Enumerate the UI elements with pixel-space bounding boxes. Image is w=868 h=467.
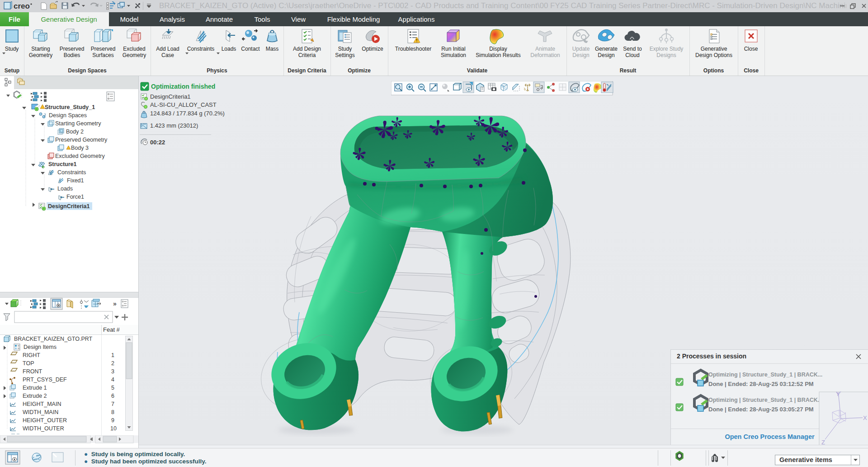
svg-text:Done | Ended: 28-Aug-25 03:12:: Done | Ended: 28-Aug-25 03:12:52 PM: [708, 381, 814, 387]
svg-text:Y: Y: [836, 391, 840, 397]
svg-text:Loads: Loads: [57, 186, 73, 192]
svg-text:Preserved Geometry: Preserved Geometry: [55, 137, 108, 143]
svg-text:5: 5: [111, 385, 114, 391]
svg-text:Design Spaces: Design Spaces: [49, 112, 87, 119]
svg-text:Fixed1: Fixed1: [67, 177, 84, 184]
svg-text:X: X: [863, 415, 867, 421]
svg-text:4: 4: [111, 376, 114, 383]
svg-text:RIGHT: RIGHT: [23, 352, 40, 358]
svg-text:creo: creo: [14, 2, 30, 10]
svg-text:FRONT: FRONT: [23, 368, 42, 375]
svg-text:8: 8: [111, 409, 114, 415]
svg-text:HEIGHT_MAIN: HEIGHT_MAIN: [23, 401, 61, 407]
svg-text:124.843 / 177.834 g (70.2%): 124.843 / 177.834 g (70.2%): [150, 110, 225, 117]
svg-text:1: 1: [111, 352, 114, 358]
svg-text:Force1: Force1: [66, 194, 84, 200]
svg-text:Extrude 1: Extrude 1: [23, 385, 47, 391]
svg-text:BRACKET_KAIZEN_GTO.PRT: BRACKET_KAIZEN_GTO.PRT: [14, 336, 93, 342]
svg-text:DesignCriteria1: DesignCriteria1: [48, 203, 90, 210]
svg-text:Body 3: Body 3: [71, 145, 89, 151]
svg-text:7: 7: [111, 401, 114, 407]
svg-text:2: 2: [111, 360, 114, 367]
svg-text:»: »: [113, 300, 117, 307]
svg-text:HEIGHT_OUTER: HEIGHT_OUTER: [23, 417, 67, 424]
svg-text:Done | Ended: 28-Aug-25 03:05:: Done | Ended: 28-Aug-25 03:05:27 PM: [708, 406, 814, 413]
svg-text:WIDTH_OUTER: WIDTH_OUTER: [23, 425, 64, 432]
svg-text:WIDTH_MAIN: WIDTH_MAIN: [23, 409, 58, 415]
svg-text:Extrude 2: Extrude 2: [23, 393, 47, 399]
svg-text:Body 2: Body 2: [66, 129, 84, 135]
svg-text:PRT_CSYS_DEF: PRT_CSYS_DEF: [23, 376, 67, 383]
svg-text:10: 10: [110, 425, 117, 432]
svg-text:DesignCriteria1: DesignCriteria1: [150, 93, 191, 100]
svg-text:Starting Geometry: Starting Geometry: [55, 120, 101, 127]
svg-text:1.423 mm (23012): 1.423 mm (23012): [150, 122, 198, 129]
svg-text:Structure1: Structure1: [48, 161, 77, 167]
svg-text:Structure_Study_1: Structure_Study_1: [45, 104, 95, 110]
svg-text:TOP: TOP: [23, 360, 34, 367]
svg-text:Design Items: Design Items: [24, 344, 57, 350]
svg-text:Excluded Geometry: Excluded Geometry: [55, 153, 105, 159]
svg-text:Optimizing | Structure_Study_1: Optimizing | Structure_Study_1 | BRACK..…: [708, 397, 822, 403]
svg-text:Optimizing | Structure_Study_1: Optimizing | Structure_Study_1 | BRACK..…: [708, 372, 822, 378]
svg-text:Constraints: Constraints: [57, 169, 86, 176]
svg-text:00:22: 00:22: [150, 139, 165, 146]
svg-text:6: 6: [111, 393, 114, 399]
svg-text:3: 3: [111, 368, 114, 375]
svg-text:Optimization finished: Optimization finished: [151, 83, 215, 90]
svg-text:AL-SI-CU_ALLOY_CAST: AL-SI-CU_ALLOY_CAST: [150, 101, 217, 108]
svg-text:9: 9: [111, 417, 114, 424]
